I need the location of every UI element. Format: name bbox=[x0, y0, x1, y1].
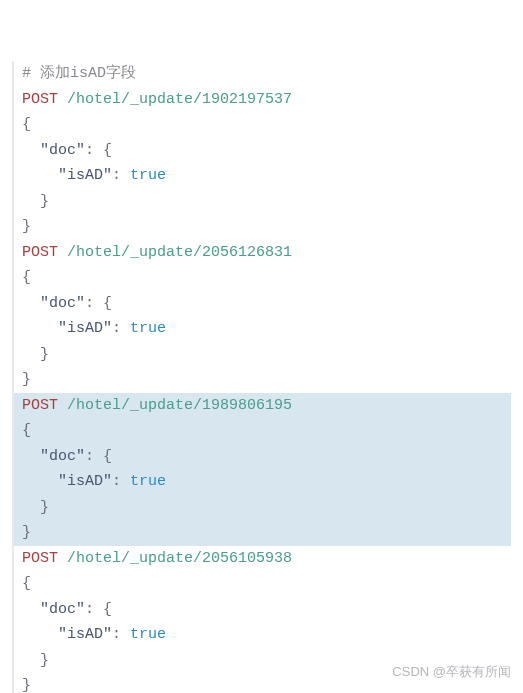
doc-key: "doc" bbox=[40, 142, 85, 159]
request-block: POST /hotel/_update/1989806195{ "doc": {… bbox=[12, 393, 511, 546]
field-value: true bbox=[130, 626, 166, 643]
code-viewer: # 添加isAD字段POST /hotel/_update/1902197537… bbox=[12, 10, 511, 693]
field-line: "isAD": true bbox=[12, 469, 511, 495]
request-block: POST /hotel/_update/2056126831{ "doc": {… bbox=[12, 240, 511, 393]
colon: : { bbox=[85, 142, 112, 159]
doc-key: "doc" bbox=[40, 448, 85, 465]
colon: : bbox=[112, 320, 130, 337]
http-method: POST bbox=[22, 244, 58, 261]
request-line: POST /hotel/_update/1902197537 bbox=[12, 87, 511, 113]
http-method: POST bbox=[22, 397, 58, 414]
colon: : { bbox=[85, 448, 112, 465]
close-line: } bbox=[12, 367, 511, 393]
doc-close-line: } bbox=[12, 342, 511, 368]
doc-line: "doc": { bbox=[12, 291, 511, 317]
close-brace: } bbox=[40, 652, 49, 669]
field-key: "isAD" bbox=[58, 473, 112, 490]
doc-line: "doc": { bbox=[12, 597, 511, 623]
doc-key: "doc" bbox=[40, 295, 85, 312]
close-brace: } bbox=[22, 371, 31, 388]
field-line: "isAD": true bbox=[12, 163, 511, 189]
field-key: "isAD" bbox=[58, 626, 112, 643]
field-value: true bbox=[130, 473, 166, 490]
http-method: POST bbox=[22, 550, 58, 567]
colon: : { bbox=[85, 295, 112, 312]
open-brace: { bbox=[22, 116, 31, 133]
field-line: "isAD": true bbox=[12, 316, 511, 342]
doc-key: "doc" bbox=[40, 601, 85, 618]
close-line: } bbox=[12, 214, 511, 240]
request-block: POST /hotel/_update/1902197537{ "doc": {… bbox=[12, 87, 511, 240]
request-line: POST /hotel/_update/1989806195 bbox=[12, 393, 511, 419]
comment-line: # 添加isAD字段 bbox=[12, 61, 511, 87]
brace-line: { bbox=[12, 418, 511, 444]
request-line: POST /hotel/_update/2056105938 bbox=[12, 546, 511, 572]
field-line: "isAD": true bbox=[12, 622, 511, 648]
doc-close-line: } bbox=[12, 495, 511, 521]
request-line: POST /hotel/_update/2056126831 bbox=[12, 240, 511, 266]
colon: : bbox=[112, 626, 130, 643]
brace-line: { bbox=[12, 571, 511, 597]
doc-line: "doc": { bbox=[12, 444, 511, 470]
open-brace: { bbox=[22, 422, 31, 439]
colon: : { bbox=[85, 601, 112, 618]
request-path: /hotel/_update/2056126831 bbox=[67, 244, 292, 261]
comment-text: # 添加isAD字段 bbox=[22, 65, 136, 82]
open-brace: { bbox=[22, 269, 31, 286]
watermark: CSDN @卒获有所闻 bbox=[392, 661, 511, 683]
field-value: true bbox=[130, 167, 166, 184]
request-path: /hotel/_update/1902197537 bbox=[67, 91, 292, 108]
open-brace: { bbox=[22, 575, 31, 592]
colon: : bbox=[112, 473, 130, 490]
close-brace: } bbox=[22, 524, 31, 541]
colon: : bbox=[112, 167, 130, 184]
close-brace: } bbox=[40, 499, 49, 516]
http-method: POST bbox=[22, 91, 58, 108]
brace-line: { bbox=[12, 112, 511, 138]
doc-line: "doc": { bbox=[12, 138, 511, 164]
close-brace: } bbox=[40, 193, 49, 210]
close-brace: } bbox=[22, 218, 31, 235]
field-value: true bbox=[130, 320, 166, 337]
close-line: } bbox=[12, 520, 511, 546]
field-key: "isAD" bbox=[58, 320, 112, 337]
close-brace: } bbox=[40, 346, 49, 363]
request-path: /hotel/_update/2056105938 bbox=[67, 550, 292, 567]
request-path: /hotel/_update/1989806195 bbox=[67, 397, 292, 414]
brace-line: { bbox=[12, 265, 511, 291]
doc-close-line: } bbox=[12, 189, 511, 215]
close-brace: } bbox=[22, 677, 31, 693]
field-key: "isAD" bbox=[58, 167, 112, 184]
